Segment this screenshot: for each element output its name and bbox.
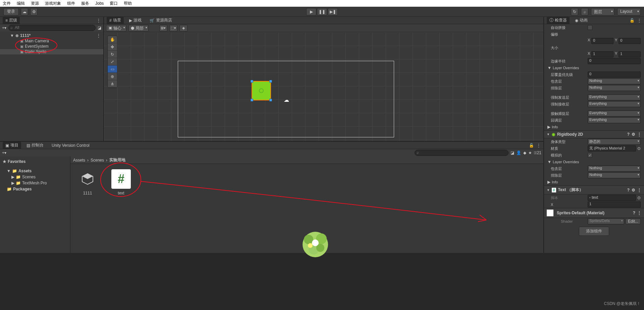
hand-tool[interactable]: ✋ xyxy=(108,36,117,43)
scale-tool[interactable]: ⤢ xyxy=(108,58,117,65)
favorites-section[interactable]: ★Favorites xyxy=(0,159,70,165)
edit-shader-button[interactable]: Edit... xyxy=(626,218,641,224)
rigidbody-header[interactable]: ▼◉Rigidbody 2D?⚙⋮ xyxy=(544,130,644,138)
size-x-input[interactable]: 1 xyxy=(591,51,613,57)
text-script-header[interactable]: ▼#Text （脚本）?⚙⋮ xyxy=(544,185,644,194)
tab-scene[interactable]: #场景 xyxy=(107,17,124,24)
breadcrumb-current[interactable]: 实验用地 xyxy=(109,157,125,163)
menu-edit[interactable]: 编辑 xyxy=(17,1,25,6)
scene-row[interactable]: ▼⬢1111*⋮ xyxy=(0,33,103,38)
rb-info-foldout[interactable]: Info xyxy=(550,180,591,184)
panel-menu-icon[interactable]: ⋮ xyxy=(97,18,101,23)
menu-component[interactable]: 组件 xyxy=(67,1,75,6)
menu-gameobject[interactable]: 游戏对象 xyxy=(45,1,61,6)
step-button[interactable]: ▶❚ xyxy=(328,8,338,15)
project-menu-icon[interactable]: ⋮ xyxy=(537,143,541,148)
create-dropdown[interactable]: +▾ xyxy=(2,150,6,155)
grid-snap-icon[interactable]: ⊞▾ xyxy=(159,25,167,32)
hierarchy-item-camera[interactable]: ▣Main Camera xyxy=(0,38,103,44)
label-filter-icon[interactable]: ◆ xyxy=(523,150,526,155)
hierarchy-item-static-sprite[interactable]: ▣Static Sprite xyxy=(0,49,103,54)
rotate-tool[interactable]: ↻ xyxy=(108,51,117,58)
login-button[interactable]: 登录 xyxy=(3,8,19,15)
help-icon[interactable]: ? xyxy=(627,132,630,137)
asset-script[interactable]: # text xyxy=(109,169,133,195)
preset-icon[interactable]: ⚙ xyxy=(632,132,635,137)
snap-icon[interactable]: ◈ xyxy=(179,25,187,32)
info-foldout[interactable]: Info xyxy=(550,125,591,129)
menu-services[interactable]: 服务 xyxy=(81,1,89,6)
type-filter-icon[interactable]: 👤 xyxy=(516,150,521,155)
menu-icon[interactable]: ⋮ xyxy=(637,211,641,215)
cloud-icon[interactable]: ☁ xyxy=(21,8,28,15)
contact-capture-select[interactable]: Everything xyxy=(588,110,641,117)
move-tool[interactable]: ✥ xyxy=(108,43,117,51)
rb-exclude-select[interactable]: Nothing xyxy=(588,172,641,178)
force-send-select[interactable]: Everything xyxy=(588,94,641,100)
tab-console[interactable]: ▤控制台 xyxy=(24,142,46,149)
rect-tool[interactable]: ▭ xyxy=(108,65,117,73)
filter-icon[interactable]: ◪ xyxy=(98,26,101,30)
folder-scenes[interactable]: ▶📁Scenes xyxy=(0,174,70,180)
exclude-layer-select[interactable]: Nothing xyxy=(588,85,641,91)
tab-inspector[interactable]: ⓘ检查器 xyxy=(547,17,570,24)
undo-history-icon[interactable]: ↻ xyxy=(571,8,578,15)
layer-overrides-label[interactable]: Layer Overrides xyxy=(551,66,592,70)
rb-layer-overrides[interactable]: Layer Overrides xyxy=(551,160,592,164)
lock-icon[interactable]: 🔓 xyxy=(630,18,635,23)
handle-bl[interactable] xyxy=(251,99,253,101)
create-dropdown[interactable]: +▾ xyxy=(2,26,6,30)
menu-icon[interactable]: ⋮ xyxy=(637,132,641,137)
help-icon[interactable]: ? xyxy=(627,188,630,192)
pause-button[interactable]: ❚❚ xyxy=(317,8,327,15)
sprites-default-header[interactable]: Sprites-Default (Material)?⋮ xyxy=(544,208,644,218)
hierarchy-search[interactable]: All xyxy=(8,25,96,31)
offset-x-input[interactable]: 0 xyxy=(591,38,613,44)
object-picker-icon[interactable]: ⊙ xyxy=(637,195,641,200)
menu-icon[interactable]: ⋮ xyxy=(637,188,641,192)
menu-assets[interactable]: 资源 xyxy=(31,1,39,6)
object-picker-icon[interactable]: ⊙ xyxy=(637,146,641,151)
menu-window[interactable]: 窗口 xyxy=(110,1,118,6)
shader-select[interactable]: Sprites/Defa xyxy=(588,218,624,224)
folder-tmp[interactable]: ▶📁TextMesh Pro xyxy=(0,180,70,186)
folder-assets[interactable]: ▼📁Assets xyxy=(0,168,70,174)
lock-icon[interactable]: 🔓 xyxy=(529,143,534,148)
menu-help[interactable]: 帮助 xyxy=(124,1,132,6)
preset-icon[interactable]: ⚙ xyxy=(632,188,635,192)
rb-include-select[interactable]: Nothing xyxy=(588,166,641,172)
tab-asset-store[interactable]: 🛒资源商店 xyxy=(147,17,175,24)
simulated-checkbox[interactable]: ✓ xyxy=(588,153,592,158)
help-icon[interactable]: ? xyxy=(633,211,635,215)
material-field[interactable]: 无 (Physics Material 2 xyxy=(588,145,636,151)
snap-increment-icon[interactable]: ⬚▾ xyxy=(169,25,177,32)
fav-filter-icon[interactable]: ★ xyxy=(528,150,532,155)
settings-icon[interactable]: ⚙ xyxy=(30,8,38,15)
tab-animation[interactable]: ◉动画 xyxy=(572,17,590,24)
play-button[interactable]: ▶ xyxy=(306,8,316,15)
add-component-button[interactable]: 添加组件 xyxy=(579,227,609,236)
auto-tile-checkbox[interactable] xyxy=(588,25,592,30)
asset-scene[interactable]: 1111 xyxy=(76,169,99,195)
layers-dropdown[interactable]: 图层 xyxy=(591,8,614,15)
selected-sprite[interactable] xyxy=(252,81,271,100)
menu-file[interactable]: 文件 xyxy=(3,1,11,6)
tab-game[interactable]: ▶游戏 xyxy=(126,17,144,24)
inspector-menu-icon[interactable]: ⋮ xyxy=(637,18,641,23)
transform-tool[interactable]: ⊕ xyxy=(108,73,117,80)
pivot-dropdown[interactable]: ▣ 轴心 xyxy=(106,25,126,32)
breadcrumb-assets[interactable]: Assets xyxy=(73,158,85,163)
edge-radius-input[interactable]: 0 xyxy=(588,58,641,64)
tab-uvc[interactable]: Unity Version Control xyxy=(49,142,92,148)
include-layer-select[interactable]: Nothing xyxy=(588,78,641,84)
tab-hierarchy[interactable]: ≡层级 xyxy=(3,17,20,24)
callback-select[interactable]: Everything xyxy=(588,117,641,123)
breadcrumb-scenes[interactable]: Scenes xyxy=(91,158,104,163)
handle-br[interactable] xyxy=(269,99,272,101)
force-recv-select[interactable]: Everything xyxy=(588,101,641,107)
assets-grid[interactable]: 1111 # text xyxy=(70,164,543,253)
menu-jobs[interactable]: Jobs xyxy=(95,1,104,6)
layer-priority-input[interactable]: 0 xyxy=(588,72,641,78)
folder-packages[interactable]: 📁Packages xyxy=(0,186,70,192)
tab-project[interactable]: ▣项目 xyxy=(3,142,21,149)
